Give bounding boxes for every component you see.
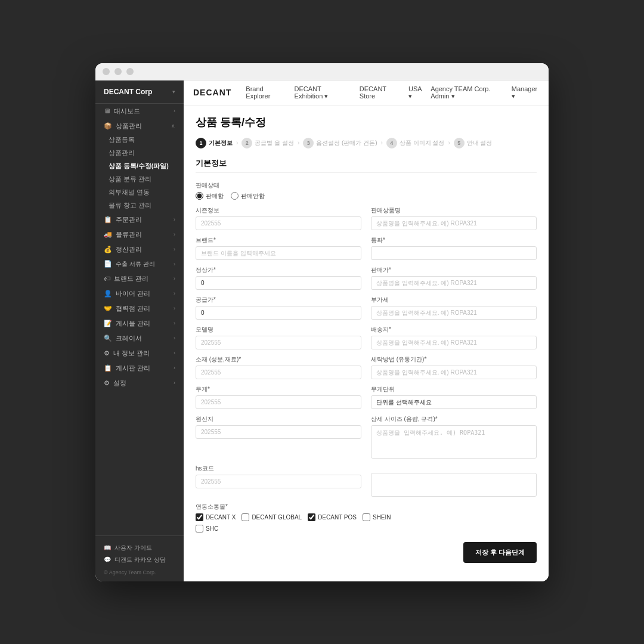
- dashboard-arrow: ›: [174, 108, 175, 114]
- nav-agency[interactable]: Agency TEAM Corp. Admin ▾: [431, 85, 506, 100]
- copyright: © Agency Team Corp.: [104, 569, 175, 575]
- sidebar-item-brand[interactable]: 🏷 브랜드 관리 ›: [95, 271, 184, 286]
- step-4[interactable]: 4 상품 이미지 설정: [386, 138, 445, 148]
- step-5-num: 5: [454, 138, 465, 148]
- nav-manager[interactable]: Manager ▾: [512, 85, 539, 100]
- currency-input[interactable]: [371, 246, 537, 260]
- origin-input[interactable]: [196, 425, 361, 439]
- material-input[interactable]: [196, 366, 361, 379]
- checkbox-decant-x-input[interactable]: [196, 513, 203, 521]
- form-group-detail-size: 상세 사이즈 (용량, 규격)*: [371, 415, 537, 459]
- nav-region[interactable]: USA ▾: [408, 85, 425, 100]
- radio-on-sale[interactable]: 판매함: [196, 192, 224, 200]
- sidebar-guide-link[interactable]: 📖 사용자 가이드: [104, 542, 175, 554]
- sidebar-kakao-link[interactable]: 💬 디캔트 카카오 상담: [104, 554, 175, 566]
- sidebar-item-partner[interactable]: 🤝 협력점 관리 ›: [95, 301, 184, 316]
- step-2[interactable]: 2 공급별 을 설정: [242, 138, 294, 148]
- sidebar-sub-product-manage[interactable]: 상품관리: [95, 147, 184, 160]
- sidebar-item-myinfo[interactable]: ⚙ 내 정보 관리 ›: [95, 346, 184, 361]
- radio-off-sale-input[interactable]: [231, 192, 239, 200]
- sidebar-label-posts: 게시물 관리: [116, 319, 150, 328]
- form-group-capacity: 세탁방법 (유통기간)*: [371, 355, 537, 379]
- sidebar-item-dashboard[interactable]: 🖥 대시보드 ›: [95, 104, 184, 119]
- brand-input[interactable]: [196, 246, 361, 260]
- sidebar-sub-product-file[interactable]: 상품 등록/수정(파일): [95, 160, 184, 173]
- sidebar-label-order: 주문관리: [116, 215, 142, 224]
- checkbox-decant-pos[interactable]: DECANT POS: [308, 513, 357, 521]
- sidebar-brand[interactable]: DECANT Corp ▾: [95, 80, 184, 104]
- top-nav: DECANT Brand Explorer DECANT Exhibition …: [184, 80, 549, 106]
- form-row-hscode: hs코드: [196, 465, 537, 497]
- form-group-sale-price: 판매가*: [371, 266, 537, 290]
- form-row-material-capacity: 소재 (성분,재료)* 세탁방법 (유통기간)*: [196, 355, 537, 379]
- checkbox-shc-label: SHC: [206, 525, 218, 532]
- checkbox-shein[interactable]: SHEIN: [363, 513, 391, 521]
- settings-arrow: ›: [174, 380, 175, 386]
- form-group-origin: 원신지: [196, 415, 361, 459]
- sidebar-sub-warehouse[interactable]: 물류 창고 관리: [95, 199, 184, 212]
- step-5-label: 안내 설정: [467, 139, 493, 147]
- weight-input[interactable]: [196, 395, 361, 409]
- settlement-icon: 💰: [104, 246, 112, 253]
- detail-size-input[interactable]: [371, 425, 537, 459]
- nav-exhibition[interactable]: DECANT Exhibition ▾: [295, 85, 350, 100]
- sidebar-sub-product-register[interactable]: 상품등록: [95, 134, 184, 147]
- sidebar-item-board[interactable]: 📋 게시판 관리 ›: [95, 361, 184, 376]
- sale-price-input[interactable]: [371, 276, 537, 290]
- browser-min-btn[interactable]: [114, 68, 122, 75]
- save-button[interactable]: 저장 후 다음단계: [463, 542, 537, 563]
- sidebar-item-posts[interactable]: 📝 게시물 관리 ›: [95, 316, 184, 331]
- checkbox-decant-global[interactable]: DECANT GLOBAL: [242, 513, 302, 521]
- online-shopping-label: 연동소통몰*: [196, 503, 537, 511]
- sidebar-label-myinfo: 내 정보 관리: [113, 349, 150, 358]
- form-group-delivery: 배송지*: [371, 326, 537, 349]
- hscode-input[interactable]: [196, 475, 361, 488]
- step-5[interactable]: 5 안내 설정: [454, 138, 493, 148]
- form-row-weight: 무게* 무게단위 단위를 선택해주세요: [196, 385, 537, 409]
- checkbox-decant-global-label: DECANT GLOBAL: [252, 514, 302, 521]
- sidebar-item-creaser[interactable]: 🔍 크레이서 ›: [95, 331, 184, 346]
- partner-icon: 🤝: [104, 305, 112, 312]
- sidebar-item-logistics[interactable]: 🚚 물류관리 ›: [95, 227, 184, 242]
- supply-price-input[interactable]: [196, 306, 361, 320]
- step-3[interactable]: 3 옵션설정 (판매가 건돈): [303, 138, 377, 148]
- nav-store[interactable]: DECANT Store: [360, 85, 399, 100]
- checkbox-decant-global-input[interactable]: [242, 513, 249, 521]
- radio-off-sale[interactable]: 판매안함: [231, 192, 265, 200]
- hscode-extra-input[interactable]: [371, 473, 537, 497]
- checkbox-shc[interactable]: SHC: [196, 525, 218, 532]
- browser-close-btn[interactable]: [103, 68, 110, 75]
- sidebar-item-export[interactable]: 📄 수출 서류 관리 ›: [95, 257, 184, 271]
- step-arrow-3: ›: [380, 140, 382, 146]
- checkbox-decant-pos-input[interactable]: [308, 513, 315, 521]
- radio-on-sale-input[interactable]: [196, 192, 203, 200]
- delivery-input[interactable]: [371, 336, 537, 349]
- checkbox-decant-pos-label: DECANT POS: [318, 514, 357, 521]
- browser-max-btn[interactable]: [126, 68, 134, 75]
- sidebar-item-product-management[interactable]: 📦 상품관리 ∧: [95, 119, 184, 134]
- checkbox-shc-input[interactable]: [196, 525, 203, 532]
- sidebar-item-buyer[interactable]: 👤 바이어 관리 ›: [95, 286, 184, 301]
- brand-icon: 🏷: [104, 275, 110, 282]
- checkbox-decant-x-label: DECANT X: [206, 514, 236, 521]
- step-1[interactable]: 1 기본정보: [196, 138, 233, 148]
- vat-input[interactable]: [371, 306, 537, 320]
- product-name-input[interactable]: [371, 216, 537, 230]
- sidebar-item-settings[interactable]: ⚙ 설정 ›: [95, 376, 184, 391]
- model-input[interactable]: [196, 336, 361, 349]
- sidebar-sub-channel-link[interactable]: 의부채널 연동: [95, 186, 184, 199]
- sidebar-item-settlement[interactable]: 💰 정산관리 ›: [95, 242, 184, 257]
- weight-unit-select[interactable]: 단위를 선택해주세요: [371, 395, 537, 409]
- posts-arrow: ›: [174, 320, 175, 326]
- capacity-input[interactable]: [371, 366, 537, 379]
- board-arrow: ›: [174, 365, 175, 371]
- sidebar-sub-product-category[interactable]: 상품 분류 관리: [95, 173, 184, 186]
- nav-brand-explorer[interactable]: Brand Explorer: [246, 85, 284, 100]
- normal-price-input[interactable]: [196, 276, 361, 290]
- sidebar-item-order[interactable]: 📋 주문관리 ›: [95, 212, 184, 227]
- checkbox-shein-input[interactable]: [363, 513, 370, 521]
- checkbox-decant-x[interactable]: DECANT X: [196, 513, 236, 521]
- form-group-material: 소재 (성분,재료)*: [196, 355, 361, 379]
- form-group-supply-price: 공급가*: [196, 296, 361, 320]
- season-input[interactable]: [196, 216, 361, 230]
